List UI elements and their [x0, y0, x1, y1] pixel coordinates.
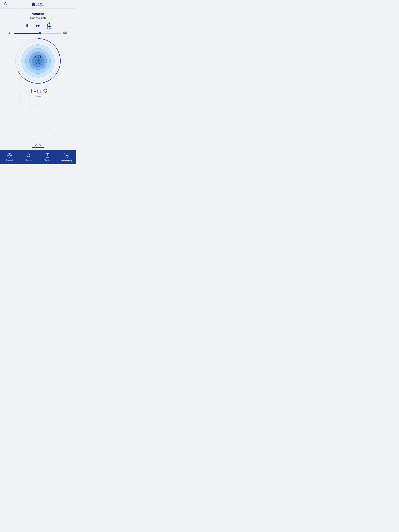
circular-player: 4:04 2:47: [16, 38, 60, 83]
bday-button[interactable]: B-Day: [47, 22, 52, 29]
song-info: Vincent Don McLean: [30, 12, 45, 19]
contact-icon: [7, 153, 12, 158]
volume-down-icon[interactable]: [9, 31, 12, 35]
tab-playlists-label: Playlists: [44, 159, 51, 161]
logo-subtitle: Atmosphere: [36, 5, 45, 6]
app-logo: YCD Atmosphere: [32, 2, 45, 6]
tab-bar: Contact Search Playlists: [0, 150, 76, 164]
logo-text: YCD: [36, 2, 45, 5]
heart-button[interactable]: [36, 62, 40, 67]
time-total: 4:04: [35, 55, 41, 59]
volume-up-icon[interactable]: [63, 31, 67, 35]
tab-contact[interactable]: Contact: [0, 150, 19, 164]
progress-thumb[interactable]: [39, 32, 41, 34]
svg-point-7: [33, 4, 34, 5]
bday-label: B-Day: [47, 27, 52, 29]
playlist-label: Playlist: [35, 95, 41, 97]
svg-rect-8: [26, 24, 26, 27]
now-playing-icon: [64, 152, 69, 159]
volume-row: [9, 31, 67, 35]
svg-rect-9: [27, 24, 28, 27]
main-content: Vincent Don McLean B-Day: [0, 9, 76, 150]
circle-center: 4:04 2:47: [16, 38, 60, 83]
search-icon: [26, 153, 31, 158]
logo-icon: [32, 2, 35, 6]
svg-point-5: [5, 2, 6, 4]
progress-fill: [14, 33, 40, 34]
playlist-section: A 1-3 Playlist: [28, 89, 47, 97]
svg-marker-13: [9, 32, 11, 34]
tab-playlists[interactable]: Playlists: [38, 150, 57, 164]
tab-now-playing[interactable]: Now Playing: [57, 150, 76, 164]
time-elapsed: 2:47: [36, 59, 40, 62]
svg-marker-10: [36, 24, 38, 27]
tab-now-playing-label: Now Playing: [61, 160, 72, 162]
svg-rect-17: [29, 89, 31, 93]
pause-button[interactable]: [24, 23, 30, 28]
user-icon[interactable]: [3, 2, 7, 7]
song-title: Vincent: [30, 12, 45, 16]
up-arrow-section[interactable]: [32, 143, 44, 150]
playlist-heart-button[interactable]: [43, 89, 48, 94]
svg-point-20: [9, 155, 10, 156]
svg-marker-11: [38, 24, 40, 27]
tab-search[interactable]: Search: [19, 150, 38, 164]
playlists-icon: [45, 153, 50, 158]
up-arrow-line: [32, 147, 44, 148]
svg-point-23: [27, 154, 30, 157]
svg-marker-30: [66, 154, 68, 156]
progress-bar[interactable]: [14, 33, 61, 34]
playback-controls: B-Day: [24, 22, 52, 29]
up-arrow-icon: [34, 143, 41, 147]
svg-line-24: [29, 156, 30, 157]
tab-search-label: Search: [25, 159, 32, 161]
song-artist: Don McLean: [30, 16, 45, 19]
playlist-row: A 1-3: [28, 89, 47, 94]
header: YCD Atmosphere: [0, 0, 76, 9]
fast-forward-button[interactable]: [35, 23, 41, 28]
playlist-book-icon: [28, 89, 32, 94]
playlist-name: A 1-3: [34, 90, 41, 93]
svg-marker-14: [64, 32, 65, 34]
tab-contact-label: Contact: [6, 159, 13, 161]
